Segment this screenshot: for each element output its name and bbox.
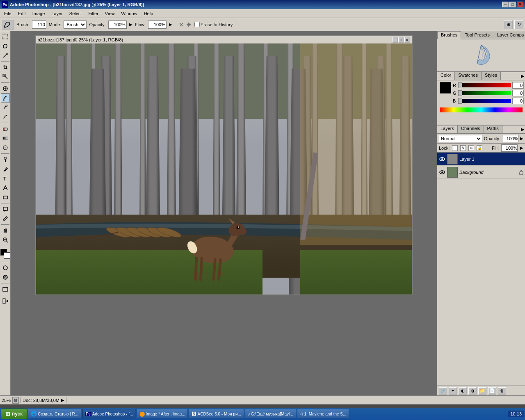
color-panel-menu[interactable]: ▶ <box>521 72 525 80</box>
lock-image-pixels[interactable]: ✎ <box>460 145 466 151</box>
lock-all[interactable]: 🔒 <box>477 145 482 151</box>
g-slider[interactable] <box>458 91 511 95</box>
tab-brushes[interactable]: Brushes <box>437 31 461 39</box>
start-button[interactable]: ⊞ пуск <box>1 409 27 419</box>
tab-color[interactable]: Color <box>437 72 455 80</box>
tab-tool-presets[interactable]: Tool Presets <box>461 31 493 39</box>
tab-styles[interactable]: Styles <box>482 72 501 80</box>
taskbar-btn-1[interactable]: Ps Adobe Photoshop - [... <box>82 409 136 419</box>
tool-brush[interactable] <box>1 94 10 103</box>
drawing-canvas[interactable] <box>36 43 413 295</box>
tool-type[interactable]: T <box>1 174 10 183</box>
layer-style-btn[interactable]: ✦ <box>449 387 457 395</box>
tool-hand[interactable] <box>1 226 10 235</box>
menu-image[interactable]: Image <box>29 10 48 17</box>
minimize-button[interactable]: ─ <box>502 2 509 7</box>
tab-layer-comps[interactable]: Layer Comps <box>493 31 525 39</box>
background-visibility[interactable] <box>439 169 445 176</box>
tool-healing-brush[interactable] <box>1 84 10 93</box>
lock-transparent-pixels[interactable]: □ <box>452 145 458 151</box>
tool-history-brush[interactable] <box>1 112 10 121</box>
tool-gradient[interactable] <box>1 134 10 143</box>
layer1-visibility[interactable] <box>439 156 445 162</box>
taskbar-btn-3[interactable]: 🖼 ACDSee 5.0 - Мои ри... <box>189 409 244 419</box>
brush-preset-picker[interactable] <box>2 20 14 30</box>
background-color[interactable] <box>4 252 10 259</box>
tool-shape[interactable] <box>1 193 10 202</box>
color-fg-swatch[interactable] <box>440 82 451 94</box>
layers-panel-menu[interactable]: ▶ <box>521 126 525 133</box>
new-fill-layer-btn[interactable]: ◑ <box>468 387 477 395</box>
b-slider[interactable] <box>458 99 511 103</box>
fill-input[interactable] <box>501 144 518 152</box>
tool-fullscreen[interactable] <box>1 285 10 294</box>
flow-input[interactable] <box>148 21 167 29</box>
close-button[interactable]: ✕ <box>517 2 523 7</box>
opacity-input[interactable] <box>108 21 127 29</box>
tool-eraser[interactable] <box>1 124 10 133</box>
r-slider[interactable] <box>458 83 511 87</box>
status-arrow[interactable]: ▶ <box>61 398 64 402</box>
tool-dodge[interactable] <box>1 155 10 164</box>
erase-to-history-checkbox[interactable] <box>194 22 200 27</box>
tool-imageready[interactable] <box>1 297 10 306</box>
menu-layer[interactable]: Layer <box>48 10 66 17</box>
blend-mode-select[interactable]: Normal Dissolve Multiply Screen <box>439 135 482 142</box>
menu-help[interactable]: Help <box>141 10 157 17</box>
fill-arrow[interactable]: ▶ <box>520 146 523 150</box>
taskbar-btn-0[interactable]: 🌐 Создать Статью | R... <box>28 409 81 419</box>
lock-position[interactable]: ⊕ <box>468 145 474 151</box>
tab-swatches[interactable]: Swatches <box>455 72 482 80</box>
mode-select[interactable]: Brush Pencil Block <box>64 21 87 29</box>
b-value[interactable] <box>512 98 524 104</box>
tool-pen[interactable] <box>1 164 10 173</box>
tool-marquee-lasso[interactable] <box>1 41 10 50</box>
menu-select[interactable]: Select <box>66 10 85 17</box>
opacity-arrow[interactable]: ▶ <box>520 136 523 141</box>
tool-crop[interactable] <box>1 63 10 72</box>
link-layers-btn[interactable]: 🔗 <box>439 387 447 395</box>
tool-zoom[interactable] <box>1 235 10 244</box>
layer-item-layer1[interactable]: Layer 1 <box>437 153 525 166</box>
taskbar-btn-5[interactable]: ♫ 1. Maylene and the S... <box>297 409 349 419</box>
tool-magic-wand[interactable] <box>1 51 10 60</box>
tool-standard-mode[interactable] <box>1 263 10 272</box>
color-spectrum-bar[interactable] <box>440 107 523 112</box>
color-swatch-area[interactable] <box>0 249 10 259</box>
menu-window[interactable]: Window <box>118 10 141 17</box>
taskbar-btn-4[interactable]: ♪ G:\Ещё музыка[Mayl... <box>245 409 296 419</box>
tab-layers[interactable]: Layers <box>437 126 458 133</box>
tool-notes[interactable] <box>1 205 10 214</box>
tool-clone-stamp[interactable] <box>1 103 10 112</box>
zoom-fit-btn[interactable]: ⊡ <box>12 397 19 404</box>
new-layer-btn[interactable]: 📄 <box>488 387 496 395</box>
tool-eyedropper[interactable] <box>1 214 10 223</box>
delete-layer-btn[interactable]: 🗑 <box>498 387 506 395</box>
menu-filter[interactable]: Filter <box>85 10 101 17</box>
doc-restore[interactable]: □ <box>398 37 404 43</box>
tool-marquee-rect[interactable] <box>1 32 10 41</box>
opacity-input[interactable] <box>502 135 518 142</box>
tab-channels[interactable]: Channels <box>458 126 484 133</box>
brush-size-input[interactable] <box>32 21 46 29</box>
tool-quickmask-mode[interactable] <box>1 273 10 282</box>
restore-button[interactable]: □ <box>509 2 516 7</box>
new-group-btn[interactable]: 📁 <box>478 387 486 395</box>
g-value[interactable] <box>512 90 524 96</box>
tab-paths[interactable]: Paths <box>484 126 502 133</box>
tool-slice[interactable] <box>1 72 10 81</box>
add-mask-btn[interactable]: ◐ <box>459 387 467 395</box>
doc-minimize[interactable]: ─ <box>392 37 398 43</box>
menu-view[interactable]: View <box>102 10 118 17</box>
tablet-icon[interactable]: ⊞ <box>504 20 513 29</box>
tool-blur[interactable] <box>1 143 10 152</box>
doc-close[interactable]: ✕ <box>404 37 410 43</box>
menu-file[interactable]: File <box>1 10 15 17</box>
tool-path-select[interactable] <box>1 183 10 192</box>
r-value[interactable] <box>512 82 524 89</box>
taskbar-btn-2[interactable]: ⬤ Image * After : imag... <box>137 409 188 419</box>
layer-item-background[interactable]: Background <box>437 166 525 179</box>
menu-edit[interactable]: Edit <box>15 10 29 17</box>
image-canvas[interactable] <box>35 43 413 295</box>
rotate-icon[interactable]: ↻ <box>514 20 523 29</box>
